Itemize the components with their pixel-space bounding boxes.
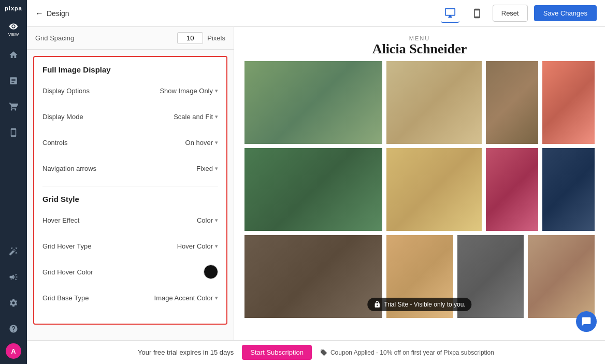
nav-arrows-row: Navigation arrows Fixed ▾: [42, 160, 218, 177]
top-bar: ← Design Reset Save Changes: [27, 0, 605, 27]
grid-base-type-value: Image Accent Color: [154, 294, 213, 302]
coupon-text: Coupon Applied - 10% off on first year o…: [320, 349, 494, 356]
back-arrow-icon: ←: [35, 9, 44, 18]
grid-spacing-label: Grid Spacing: [35, 34, 74, 42]
nav-item-mobile[interactable]: [2, 121, 25, 144]
panel-title: Full Image Display: [42, 65, 218, 74]
photo-cell-1: [244, 61, 382, 144]
reset-button[interactable]: Reset: [493, 5, 528, 22]
full-image-display-panel: Full Image Display Display Options Show …: [33, 56, 227, 325]
grid-hover-type-label: Grid Hover Type: [42, 242, 177, 250]
display-options-label: Display Options: [42, 87, 160, 95]
trial-expiry-text: Your free trial expires in 15 days: [138, 348, 234, 356]
photo-row-3: [234, 231, 605, 328]
controls-select[interactable]: On hover ▾: [185, 139, 218, 147]
nav-arrows-value: Fixed: [196, 165, 213, 172]
start-subscription-button[interactable]: Start Subscription: [242, 345, 312, 360]
trial-tooltip: Trial Site - Visible only to you.: [367, 298, 471, 311]
grid-hover-color-label: Grid Hover Color: [42, 268, 204, 276]
site-preview: MENU Alicia Schneider: [234, 27, 605, 340]
grid-spacing-row: Grid Spacing Pixels: [27, 27, 234, 50]
photo-cell-4: [542, 61, 595, 144]
photo-row-1: [234, 61, 605, 144]
grid-hover-color-row: Grid Hover Color: [42, 264, 218, 280]
grid-base-type-select[interactable]: Image Accent Color ▾: [154, 294, 218, 302]
display-options-arrow: ▾: [215, 88, 218, 94]
mobile-view-button[interactable]: [468, 4, 486, 23]
photo-cell-3: [486, 61, 538, 144]
coupon-label: Coupon Applied - 10% off on first year o…: [330, 349, 494, 356]
content-area: Grid Spacing Pixels Full Image Display D…: [27, 27, 605, 340]
user-avatar[interactable]: A: [6, 343, 21, 359]
grid-spacing-input[interactable]: [177, 32, 203, 44]
navigation-bar: pixpa VIEW A: [0, 0, 27, 364]
nav-item-store[interactable]: [2, 95, 25, 118]
design-sidebar: Grid Spacing Pixels Full Image Display D…: [27, 27, 234, 340]
chat-button[interactable]: [576, 311, 597, 332]
site-title: Alicia Schneider: [234, 41, 605, 57]
nav-arrows-label: Navigation arrows: [42, 165, 196, 172]
trial-bar: Your free trial expires in 15 days Start…: [27, 340, 605, 364]
grid-hover-color-picker[interactable]: [204, 265, 218, 279]
display-options-select[interactable]: Show Image Only ▾: [160, 87, 218, 95]
grid-hover-color-swatch[interactable]: [204, 265, 218, 279]
grid-base-type-label: Grid Base Type: [42, 294, 154, 302]
grid-hover-type-value: Hover Color: [177, 242, 213, 250]
grid-hover-type-arrow: ▾: [215, 243, 218, 250]
menu-label: MENU: [234, 35, 605, 41]
photo-cell-2: [386, 61, 482, 144]
display-mode-select[interactable]: Scale and Fit ▾: [174, 113, 218, 121]
controls-value: On hover: [185, 139, 213, 147]
display-mode-arrow: ▾: [215, 113, 218, 120]
hover-effect-row: Hover Effect Color ▾: [42, 212, 218, 228]
photo-cell-12: [528, 235, 595, 318]
nav-item-marketing[interactable]: [2, 266, 25, 288]
grid-base-type-row: Grid Base Type Image Accent Color ▾: [42, 289, 218, 306]
device-toggle: [441, 4, 486, 23]
preview-header: MENU Alicia Schneider: [234, 27, 605, 61]
photo-row-2: [234, 144, 605, 231]
nav-item-home[interactable]: [2, 43, 25, 66]
nav-item-settings[interactable]: [2, 292, 25, 314]
app-logo: pixpa: [5, 5, 22, 11]
hover-effect-select[interactable]: Color ▾: [197, 216, 218, 224]
display-options-value: Show Image Only: [160, 87, 213, 95]
controls-label: Controls: [42, 139, 185, 147]
back-button[interactable]: ← Design: [35, 9, 69, 18]
grid-hover-type-select[interactable]: Hover Color ▾: [177, 242, 218, 250]
grid-spacing-unit: Pixels: [207, 34, 225, 42]
photo-cell-9: [244, 235, 382, 318]
desktop-view-button[interactable]: [441, 4, 459, 23]
save-changes-button[interactable]: Save Changes: [534, 5, 597, 21]
main-content: ← Design Reset Save Changes Grid Spacing…: [27, 0, 605, 364]
grid-hover-type-row: Grid Hover Type Hover Color ▾: [42, 238, 218, 254]
nav-view-label: VIEW: [8, 32, 19, 37]
photo-cell-8: [542, 148, 595, 231]
controls-row: Controls On hover ▾: [42, 134, 218, 151]
nav-item-help[interactable]: [2, 317, 25, 340]
photo-cell-6: [386, 148, 482, 231]
display-options-row: Display Options Show Image Only ▾: [42, 82, 218, 99]
trial-tooltip-text: Trial Site - Visible only to you.: [384, 301, 465, 308]
photo-cell-5: [244, 148, 382, 231]
nav-item-pages[interactable]: [2, 69, 25, 92]
nav-item-view[interactable]: VIEW: [2, 18, 25, 40]
hover-effect-label: Hover Effect: [42, 216, 197, 224]
back-label: Design: [47, 9, 69, 18]
nav-item-design[interactable]: [2, 240, 25, 263]
photo-cell-7: [486, 148, 538, 231]
hover-effect-value: Color: [197, 216, 213, 224]
nav-arrows-arrow: ▾: [215, 165, 218, 172]
display-mode-row: Display Mode Scale and Fit ▾: [42, 108, 218, 125]
hover-effect-arrow: ▾: [215, 217, 218, 224]
controls-arrow: ▾: [215, 139, 218, 146]
display-mode-label: Display Mode: [42, 113, 174, 121]
grid-base-type-arrow: ▾: [215, 295, 218, 301]
nav-arrows-select[interactable]: Fixed ▾: [196, 165, 218, 172]
grid-style-title: Grid Style: [42, 195, 218, 203]
display-mode-value: Scale and Fit: [174, 113, 213, 121]
